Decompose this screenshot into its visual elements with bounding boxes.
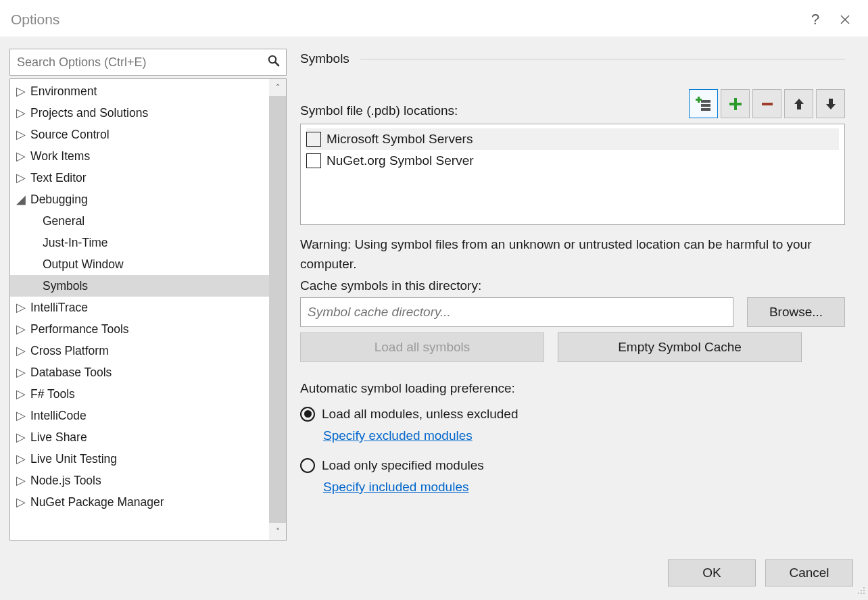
svg-point-12 (863, 587, 865, 589)
svg-rect-10 (729, 103, 742, 105)
tree-item-label: Environment (30, 84, 97, 99)
empty-symbol-cache-button[interactable]: Empty Symbol Cache (558, 332, 802, 362)
chevron-right-icon: ▷ (16, 84, 26, 99)
cache-directory-input[interactable] (300, 297, 733, 327)
svg-point-16 (861, 593, 862, 594)
svg-rect-11 (762, 103, 773, 105)
tree-item-intellitrace[interactable]: ▷IntelliTrace (10, 297, 269, 318)
specify-included-link[interactable]: Specify included modules (323, 480, 845, 495)
checkbox[interactable] (306, 153, 321, 168)
titlebar: Options ? (0, 0, 868, 36)
chevron-right-icon: ▷ (16, 387, 26, 401)
tree-item-general[interactable]: General (10, 210, 269, 232)
tree-item-symbols[interactable]: Symbols (10, 275, 269, 297)
tree-item-label: Live Unit Testing (30, 452, 117, 466)
chevron-right-icon: ▷ (16, 344, 26, 358)
symbol-server-item[interactable]: Microsoft Symbol Servers (306, 128, 839, 150)
arrow-up-icon (793, 97, 805, 111)
close-button[interactable] (830, 5, 860, 34)
tree-item-label: Just-In-Time (43, 236, 108, 250)
tree-item-nuget[interactable]: ▷NuGet Package Manager (10, 491, 269, 513)
scroll-thumb[interactable] (269, 96, 286, 523)
radio-label: Load only specified modules (322, 458, 484, 473)
options-tree[interactable]: ▷Environment ▷Projects and Solutions ▷So… (9, 78, 287, 541)
tree-item-label: Output Window (43, 257, 124, 272)
symbol-server-label: Microsoft Symbol Servers (327, 132, 473, 147)
move-down-button[interactable] (816, 89, 845, 118)
divider (360, 59, 845, 59)
svg-rect-4 (701, 100, 710, 103)
add-button[interactable] (721, 89, 750, 118)
load-all-symbols-button: Load all symbols (300, 332, 544, 362)
tree-item-label: NuGet Package Manager (30, 495, 164, 509)
resize-grip-icon[interactable] (856, 585, 865, 597)
tree-item-work-items[interactable]: ▷Work Items (10, 145, 269, 167)
chevron-right-icon: ▷ (16, 409, 26, 423)
help-button[interactable]: ? (800, 5, 830, 34)
dialog-footer: OK Cancel (0, 550, 868, 600)
symbol-server-list[interactable]: Microsoft Symbol Servers NuGet.org Symbo… (300, 124, 845, 225)
svg-point-15 (858, 593, 859, 594)
search-input[interactable] (17, 55, 267, 70)
cancel-button[interactable]: Cancel (765, 559, 853, 586)
tree-item-label: Performance Tools (30, 322, 129, 336)
checkbox[interactable] (306, 132, 321, 147)
tree-item-nodejs-tools[interactable]: ▷Node.js Tools (10, 470, 269, 491)
ok-button[interactable]: OK (668, 559, 756, 586)
svg-rect-8 (696, 99, 702, 101)
auto-loading-label: Automatic symbol loading preference: (300, 381, 845, 396)
tree-item-live-share[interactable]: ▷Live Share (10, 426, 269, 448)
options-window: Options ? ▷Environment ▷Projects and Sol… (0, 0, 868, 600)
tree-item-label: F# Tools (30, 387, 75, 401)
tree-item-output-window[interactable]: Output Window (10, 253, 269, 275)
browse-button[interactable]: Browse... (747, 297, 845, 327)
chevron-right-icon: ▷ (16, 366, 26, 380)
section-title: Symbols (300, 51, 349, 66)
plus-icon (728, 97, 743, 111)
tree-item-intellicode[interactable]: ▷IntelliCode (10, 405, 269, 426)
scroll-up-icon[interactable]: ˄ (269, 79, 286, 96)
remove-button[interactable] (752, 89, 781, 118)
tree-item-performance-tools[interactable]: ▷Performance Tools (10, 318, 269, 340)
locations-label: Symbol file (.pdb) locations: (300, 103, 458, 118)
tree-item-just-in-time[interactable]: Just-In-Time (10, 232, 269, 253)
tree-item-label: Cross Platform (30, 344, 109, 358)
tree-item-live-unit-testing[interactable]: ▷Live Unit Testing (10, 448, 269, 470)
chevron-right-icon: ▷ (16, 430, 26, 445)
symbol-server-item[interactable]: NuGet.org Symbol Server (306, 150, 839, 172)
chevron-right-icon: ▷ (16, 495, 26, 509)
tree-item-label: Text Editor (30, 171, 87, 185)
svg-point-14 (863, 590, 865, 591)
svg-rect-6 (701, 108, 710, 111)
add-symbol-server-button[interactable] (689, 89, 718, 118)
search-box[interactable] (9, 49, 287, 76)
tree-item-label: IntelliTrace (30, 301, 88, 315)
tree-item-source-control[interactable]: ▷Source Control (10, 124, 269, 145)
move-up-button[interactable] (784, 89, 813, 118)
tree-item-projects[interactable]: ▷Projects and Solutions (10, 102, 269, 124)
chevron-right-icon: ▷ (16, 474, 26, 488)
radio-load-all[interactable]: Load all modules, unless excluded (300, 407, 845, 422)
svg-point-17 (863, 593, 865, 594)
left-panel: ▷Environment ▷Projects and Solutions ▷So… (9, 49, 287, 541)
tree-item-label: Projects and Solutions (30, 106, 148, 120)
tree-item-database-tools[interactable]: ▷Database Tools (10, 361, 269, 383)
section-header: Symbols (300, 49, 845, 66)
tree-item-cross-platform[interactable]: ▷Cross Platform (10, 340, 269, 361)
tree-item-fsharp-tools[interactable]: ▷F# Tools (10, 383, 269, 405)
tree-item-label: Work Items (30, 149, 90, 164)
svg-point-13 (861, 590, 862, 591)
tree-item-debugging[interactable]: ◢Debugging (10, 189, 269, 210)
warning-text: Warning: Using symbol files from an unkn… (300, 234, 845, 274)
window-title: Options (11, 11, 800, 28)
chevron-right-icon: ▷ (16, 171, 26, 185)
scroll-down-icon[interactable]: ˅ (269, 523, 286, 540)
tree-item-environment[interactable]: ▷Environment (10, 80, 269, 102)
minus-icon (760, 97, 775, 111)
symbols-panel: Symbols Symbol file (.pdb) locations: (300, 49, 859, 541)
radio-load-specified[interactable]: Load only specified modules (300, 458, 845, 473)
chevron-right-icon: ▷ (16, 149, 26, 164)
tree-item-text-editor[interactable]: ▷Text Editor (10, 167, 269, 189)
tree-scrollbar[interactable]: ˄ ˅ (269, 79, 286, 540)
specify-excluded-link[interactable]: Specify excluded modules (323, 428, 845, 443)
